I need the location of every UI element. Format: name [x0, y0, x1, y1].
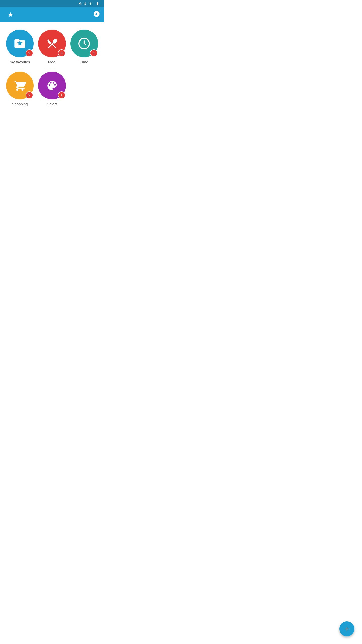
- label-my-favorites: my favorites: [10, 60, 30, 64]
- categories-grid: 9my favorites 3Meal 1Time 2Shopping 1Col…: [0, 22, 104, 111]
- badge-meal: 3: [58, 49, 65, 57]
- label-meal: Meal: [48, 60, 56, 64]
- circle-wrapper-my-favorites: 9: [6, 30, 34, 57]
- category-item-shopping[interactable]: 2Shopping: [5, 72, 35, 106]
- circle-wrapper-meal: 3: [38, 30, 66, 57]
- category-item-my-favorites[interactable]: 9my favorites: [5, 30, 35, 64]
- download-button[interactable]: [93, 10, 100, 19]
- label-time: Time: [80, 60, 88, 64]
- badge-my-favorites: 9: [26, 49, 33, 57]
- badge-shopping: 2: [26, 91, 33, 99]
- battery-icon: [96, 2, 100, 5]
- favorites-star-icon: ★: [8, 11, 13, 19]
- label-shopping: Shopping: [12, 102, 28, 106]
- badge-time: 1: [90, 49, 98, 57]
- category-item-time[interactable]: 1Time: [69, 30, 99, 64]
- app-bar: ★: [0, 7, 104, 22]
- category-item-meal[interactable]: 3Meal: [37, 30, 67, 64]
- circle-wrapper-shopping: 2: [6, 72, 34, 99]
- label-colors: Colors: [47, 102, 57, 106]
- sync-icon: [83, 2, 87, 5]
- mute-icon: [78, 2, 82, 5]
- circle-wrapper-time: 1: [70, 30, 98, 57]
- badge-colors: 1: [58, 91, 65, 99]
- category-item-colors[interactable]: 1Colors: [37, 72, 67, 106]
- status-bar: [0, 0, 104, 7]
- circle-wrapper-colors: 1: [38, 72, 66, 99]
- signal-icon: [88, 2, 93, 5]
